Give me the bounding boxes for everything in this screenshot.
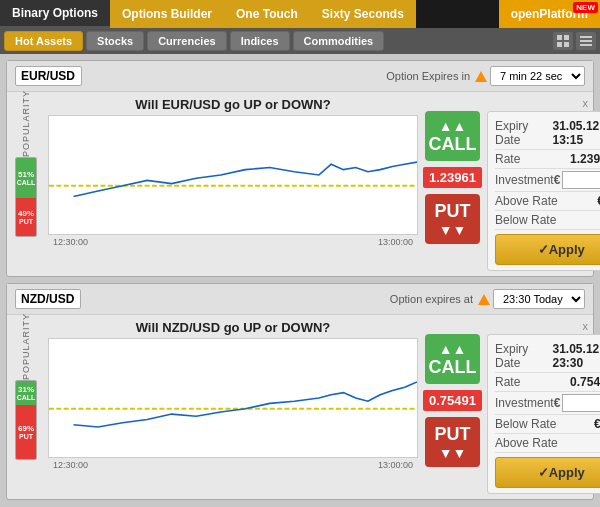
current-rate-eur-usd: 1.23961 (423, 167, 482, 188)
card-eur-usd: EUR/USD Option Expires in 7 min 22 sec P… (6, 60, 594, 277)
pop-put: 49% PUT (16, 198, 36, 236)
nav-one-touch[interactable]: One Touch (224, 0, 310, 28)
card-body-nzd-usd: POPULARITY 31% CALL 69% PUT Will NZD/USD… (7, 315, 593, 499)
new-badge: NEW (573, 2, 598, 13)
svg-rect-2 (557, 42, 562, 47)
svg-rect-0 (557, 35, 562, 40)
expiry-date-row-2: Expiry Date 31.05.12 23:30 (495, 340, 600, 373)
popularity-bars: 51% CALL 49% PUT (15, 157, 37, 237)
main-content: EUR/USD Option Expires in 7 min 22 sec P… (0, 54, 600, 506)
below-rate-row-2: Above Rate € 0.2 (495, 434, 600, 453)
svg-rect-3 (564, 42, 569, 47)
subnav-currencies[interactable]: Currencies (147, 31, 226, 51)
popularity-label: POPULARITY (21, 97, 31, 157)
sub-nav: Hot Assets Stocks Currencies Indices Com… (0, 28, 600, 54)
trade-inner-nzd-usd: ▲▲ CALL 0.75491 PUT ▼▼ Expiry Date 31.05… (423, 334, 588, 494)
detail-panel-nzd-usd: Expiry Date 31.05.12 23:30 Rate 0.75491 … (487, 334, 600, 494)
top-nav: Binary Options Options Builder One Touch… (0, 0, 600, 28)
expiry-info-nzd-usd: Option expires at 23:30 Today (390, 289, 585, 309)
subnav-stocks[interactable]: Stocks (86, 31, 144, 51)
expiry-alert: 7 min 22 sec (475, 66, 585, 86)
expiry-info-eur-usd: Option Expires in 7 min 22 sec (386, 66, 585, 86)
current-rate-nzd-usd: 0.75491 (423, 390, 482, 411)
popularity-label-2: POPULARITY (21, 320, 31, 380)
grid-view-icon[interactable] (553, 32, 573, 50)
apply-button-nzd-usd[interactable]: ✓Apply (495, 457, 600, 488)
investment-row: Investment € (495, 169, 600, 192)
card-header-nzd-usd: NZD/USD Option expires at 23:30 Today (7, 284, 593, 315)
subnav-commodities[interactable]: Commodities (293, 31, 385, 51)
chart-title-nzd-usd: Will NZD/USD go UP or DOWN? (48, 320, 418, 335)
chart-area-eur-usd: Will EUR/USD go UP or DOWN? 12:30:00 13:… (48, 97, 418, 271)
expiry-select-eur-usd[interactable]: 7 min 22 sec (490, 66, 585, 86)
trade-panel-eur-usd: x ▲▲ CALL 1.23961 PUT ▼▼ (423, 97, 588, 271)
svg-rect-6 (580, 44, 592, 46)
subnav-indices[interactable]: Indices (230, 31, 290, 51)
svg-rect-4 (580, 36, 592, 38)
call-button-nzd-usd[interactable]: ▲▲ CALL (425, 334, 480, 384)
chart-x-labels-nzd-usd: 12:30:00 13:00:00 (48, 458, 418, 472)
popularity-bars-2: 31% CALL 69% PUT (15, 380, 37, 460)
alert-icon (475, 71, 487, 82)
call-put-buttons-nzd-usd: ▲▲ CALL 0.75491 PUT ▼▼ (423, 334, 482, 467)
below-rate-row: Below Rate € 2 (495, 211, 600, 230)
alert-icon-2 (478, 294, 490, 305)
asset-select-nzd-usd[interactable]: NZD/USD (15, 289, 81, 309)
card-header-eur-usd: EUR/USD Option Expires in 7 min 22 sec (7, 61, 593, 92)
nav-options-builder[interactable]: Options Builder (110, 0, 224, 28)
rate-row: Rate 1.23961 ▲ (495, 150, 600, 169)
svg-rect-1 (564, 35, 569, 40)
investment-input-nzd-usd[interactable] (562, 394, 600, 412)
rate-value-2: 0.75491 ▼ (570, 375, 600, 389)
trade-inner-eur-usd: ▲▲ CALL 1.23961 PUT ▼▼ Expiry Date 31.05… (423, 111, 588, 271)
grid-icons (553, 32, 596, 50)
pop-put-2: 69% PUT (16, 405, 36, 459)
expiry-alert-2: 23:30 Today (478, 289, 585, 309)
nav-binary-options[interactable]: Binary Options (0, 0, 110, 28)
expiry-date-row: Expiry Date 31.05.12 13:15 (495, 117, 600, 150)
close-button-eur-usd[interactable]: x (423, 97, 588, 109)
above-rate-row-2: Below Rate € 17.5 (495, 415, 600, 434)
trade-panel-nzd-usd: x ▲▲ CALL 0.75491 PUT ▼▼ (423, 320, 588, 494)
subnav-hot-assets[interactable]: Hot Assets (4, 31, 83, 51)
chart-title-eur-usd: Will EUR/USD go UP or DOWN? (48, 97, 418, 112)
chart-canvas-nzd-usd (48, 338, 418, 458)
asset-select-eur-usd[interactable]: EUR/USD (15, 66, 82, 86)
popularity-nzd-usd: POPULARITY 31% CALL 69% PUT (12, 320, 40, 494)
nav-open-platform[interactable]: openPlatform NEW (499, 0, 600, 28)
detail-panel-eur-usd: Expiry Date 31.05.12 13:15 Rate 1.23961 … (487, 111, 600, 271)
investment-input-eur-usd[interactable] (562, 171, 600, 189)
call-put-buttons-eur-usd: ▲▲ CALL 1.23961 PUT ▼▼ (423, 111, 482, 244)
card-nzd-usd: NZD/USD Option expires at 23:30 Today PO… (6, 283, 594, 500)
card-body-eur-usd: POPULARITY 51% CALL 49% PUT Will EUR/USD… (7, 92, 593, 276)
put-button-nzd-usd[interactable]: PUT ▼▼ (425, 417, 480, 467)
rate-value: 1.23961 ▲ (570, 152, 600, 166)
chart-canvas-eur-usd (48, 115, 418, 235)
chart-area-nzd-usd: Will NZD/USD go UP or DOWN? 12:30:00 13:… (48, 320, 418, 494)
pop-call-2: 31% CALL (16, 381, 36, 405)
pop-call: 51% CALL (16, 158, 36, 198)
chart-x-labels-eur-usd: 12:30:00 13:00:00 (48, 235, 418, 249)
investment-row-2: Investment € (495, 392, 600, 415)
close-button-nzd-usd[interactable]: x (423, 320, 588, 332)
list-view-icon[interactable] (576, 32, 596, 50)
rate-row-2: Rate 0.75491 ▼ (495, 373, 600, 392)
put-button-eur-usd[interactable]: PUT ▼▼ (425, 194, 480, 244)
call-button-eur-usd[interactable]: ▲▲ CALL (425, 111, 480, 161)
nav-sixty-seconds[interactable]: Sixty Seconds (310, 0, 416, 28)
above-rate-row: Above Rate € 180 (495, 192, 600, 211)
expiry-select-nzd-usd[interactable]: 23:30 Today (493, 289, 585, 309)
apply-button-eur-usd[interactable]: ✓Apply (495, 234, 600, 265)
popularity-eur-usd: POPULARITY 51% CALL 49% PUT (12, 97, 40, 271)
svg-rect-5 (580, 40, 592, 42)
